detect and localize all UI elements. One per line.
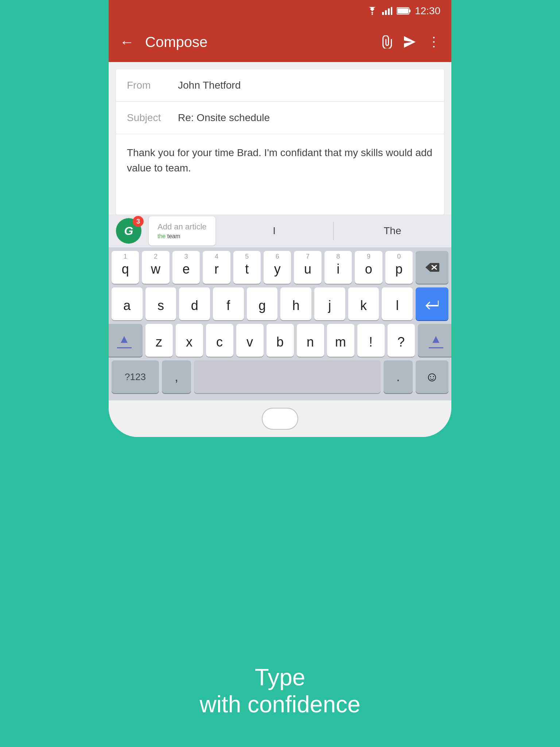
- shift-right-key[interactable]: ▲: [418, 324, 452, 357]
- key-h[interactable]: h: [280, 287, 311, 320]
- key-k[interactable]: k: [348, 287, 379, 320]
- key-i[interactable]: 8i: [324, 251, 352, 284]
- key-row-3: ▲ z x c v b n m ! ? ▲: [112, 324, 448, 357]
- enter-icon: [425, 298, 439, 309]
- bottom-text-line2: with confidence: [199, 691, 360, 718]
- key-b[interactable]: b: [267, 324, 294, 357]
- svg-rect-7: [397, 8, 408, 13]
- suggestion-word-2[interactable]: The: [341, 225, 444, 237]
- svg-point-0: [372, 13, 373, 15]
- key-m[interactable]: m: [327, 324, 354, 357]
- from-label: From: [127, 80, 178, 91]
- battery-icon: [397, 7, 411, 15]
- from-value: John Thetford: [178, 80, 241, 91]
- shift-line: [117, 347, 132, 348]
- key-exclaim[interactable]: !: [357, 324, 385, 357]
- suggestion-content: the team: [158, 233, 207, 240]
- key-f[interactable]: f: [213, 287, 244, 320]
- svg-rect-1: [382, 12, 384, 15]
- key-a[interactable]: a: [112, 287, 143, 320]
- key-s[interactable]: s: [145, 287, 176, 320]
- suggestion-word-1[interactable]: I: [223, 225, 326, 237]
- app-bar: ← Compose ⋮: [109, 22, 451, 62]
- app-title: Compose: [145, 34, 368, 50]
- key-g[interactable]: g: [247, 287, 278, 320]
- app-bar-actions: ⋮: [379, 34, 440, 50]
- email-body[interactable]: Thank you for your time Brad. I'm confid…: [116, 134, 444, 214]
- key-u[interactable]: 7u: [294, 251, 321, 284]
- key-x[interactable]: x: [176, 324, 203, 357]
- comma-label: ,: [175, 369, 178, 384]
- send-icon[interactable]: [403, 35, 416, 49]
- svg-rect-2: [385, 10, 387, 15]
- emoji-icon: ☺: [425, 369, 439, 384]
- wifi-icon: [367, 7, 378, 15]
- shift-left-key[interactable]: ▲: [109, 324, 143, 357]
- keyboard-area: G 3 Add an article the team I The: [109, 214, 451, 400]
- back-button[interactable]: ←: [120, 34, 134, 50]
- suggestion-bar: G 3 Add an article the team I The: [109, 214, 451, 247]
- num-switch-label: ?123: [125, 371, 146, 383]
- key-j[interactable]: j: [314, 287, 345, 320]
- from-row: From John Thetford: [116, 69, 444, 102]
- period-key[interactable]: .: [384, 360, 413, 393]
- shift-right-icon: ▲: [430, 332, 442, 346]
- backspace-icon: [425, 262, 439, 273]
- status-time: 12:30: [415, 5, 440, 17]
- home-button-area: [109, 400, 451, 437]
- key-v[interactable]: v: [236, 324, 264, 357]
- svg-rect-4: [391, 7, 392, 15]
- suggestion-divider: [333, 222, 334, 240]
- phone-body: From John Thetford Subject Re: Onsite sc…: [109, 62, 451, 437]
- comma-key[interactable]: ,: [162, 360, 191, 393]
- svg-rect-3: [388, 8, 390, 15]
- bottom-text-line1: Type: [199, 664, 360, 691]
- email-body-text: Thank you for your time Brad. I'm confid…: [127, 147, 432, 174]
- key-p[interactable]: 0p: [385, 251, 413, 284]
- key-w[interactable]: 2w: [142, 251, 169, 284]
- enter-key[interactable]: [416, 287, 448, 320]
- space-key[interactable]: [194, 360, 381, 393]
- grammarly-count: 3: [133, 216, 144, 227]
- attach-icon[interactable]: [379, 35, 392, 49]
- key-c[interactable]: c: [206, 324, 233, 357]
- grammarly-badge[interactable]: G 3: [116, 218, 141, 244]
- suggestion-pill[interactable]: Add an article the team: [149, 216, 215, 245]
- key-q[interactable]: 1q: [112, 251, 139, 284]
- subject-row: Subject Re: Onsite schedule: [116, 102, 444, 134]
- key-question[interactable]: ?: [388, 324, 415, 357]
- key-row-1: 1q 2w 3e 4r 5t 6y 7u 8i 9o 0p: [112, 251, 448, 284]
- emoji-key[interactable]: ☺: [416, 360, 448, 393]
- key-t[interactable]: 5t: [233, 251, 261, 284]
- key-r[interactable]: 4r: [203, 251, 230, 284]
- suggestion-normal: team: [166, 233, 180, 239]
- backspace-key[interactable]: [416, 251, 448, 284]
- svg-rect-6: [409, 9, 411, 12]
- suggestion-highlight: the: [158, 233, 166, 239]
- bottom-text: Type with confidence: [199, 664, 360, 718]
- key-e[interactable]: 3e: [172, 251, 200, 284]
- key-d[interactable]: d: [179, 287, 210, 320]
- home-button[interactable]: [262, 408, 298, 430]
- num-switch-key[interactable]: ?123: [112, 360, 159, 393]
- key-o[interactable]: 9o: [355, 251, 382, 284]
- subject-label: Subject: [127, 112, 178, 124]
- grammarly-g-icon: G: [124, 224, 133, 238]
- email-compose: From John Thetford Subject Re: Onsite sc…: [116, 69, 444, 214]
- key-row-4: ?123 , . ☺: [112, 360, 448, 393]
- key-n[interactable]: n: [297, 324, 324, 357]
- shift-left-icon: ▲: [118, 332, 130, 346]
- status-bar: 12:30: [109, 0, 451, 22]
- shift-right-line: [429, 347, 443, 348]
- signal-icon: [382, 7, 392, 15]
- key-l[interactable]: l: [382, 287, 413, 320]
- subject-value: Re: Onsite schedule: [178, 112, 270, 124]
- keyboard: 1q 2w 3e 4r 5t 6y 7u 8i 9o 0p: [109, 247, 451, 400]
- key-z[interactable]: z: [145, 324, 173, 357]
- key-row-2: a s d f g h j k l: [112, 287, 448, 320]
- phone-container: 12:30 ← Compose ⋮ From John Thetford Sub: [109, 0, 451, 437]
- more-icon[interactable]: ⋮: [427, 34, 440, 50]
- period-label: .: [396, 369, 400, 384]
- status-icons: [367, 7, 411, 15]
- key-y[interactable]: 6y: [264, 251, 291, 284]
